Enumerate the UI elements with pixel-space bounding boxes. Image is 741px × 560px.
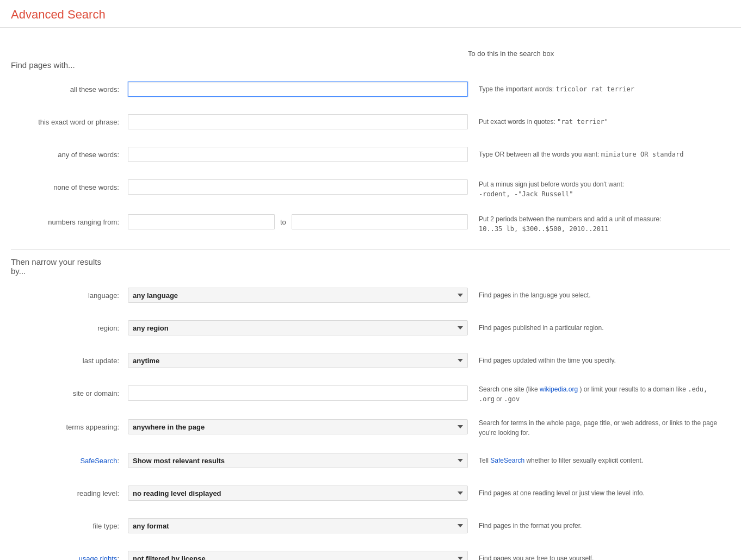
number-from-input[interactable] xyxy=(128,214,275,229)
find-section-header: Find pages with... xyxy=(11,60,468,70)
number-to-input[interactable] xyxy=(292,214,468,229)
region-label: region: xyxy=(11,324,128,332)
exact-phrase-label: this exact word or phrase: xyxy=(11,118,128,126)
site-domain-input[interactable] xyxy=(128,385,468,401)
language-select[interactable]: any language Arabic Chinese (Simplified)… xyxy=(128,288,468,303)
reading-level-hint: Find pages at one reading level or just … xyxy=(479,488,645,498)
last-update-hint: Find pages updated within the time you s… xyxy=(479,356,616,365)
safesearch-hint: Tell SafeSearch whether to filter sexual… xyxy=(479,456,643,465)
site-domain-label: site or domain: xyxy=(11,389,128,397)
file-type-label: file type: xyxy=(11,522,128,530)
reading-level-label: reading level: xyxy=(11,489,128,497)
exact-phrase-hint: Put exact words in quotes: "rat terrier" xyxy=(479,117,608,127)
usage-rights-label: usage rights: xyxy=(11,555,128,561)
terms-appearing-label: terms appearing: xyxy=(11,423,128,431)
language-label: language: xyxy=(11,291,128,300)
usage-rights-label-link[interactable]: usage rights xyxy=(79,555,118,561)
file-type-hint: Find pages in the format you prefer. xyxy=(479,521,582,531)
narrow-section-header: Then narrow your resultsby... xyxy=(11,257,730,276)
language-hint: Find pages in the language you select. xyxy=(479,290,590,300)
region-select[interactable]: any region xyxy=(128,320,468,335)
region-hint: Find pages published in a particular reg… xyxy=(479,323,603,333)
usage-rights-select[interactable]: not filtered by license free to use or s… xyxy=(128,551,468,560)
safesearch-label-link[interactable]: SafeSearch xyxy=(80,457,117,465)
reading-level-select[interactable]: no reading level displayed annotate resu… xyxy=(128,486,468,501)
exact-phrase-input[interactable] xyxy=(128,114,468,129)
none-words-label: none of these words: xyxy=(11,183,128,191)
any-words-label: any of these words: xyxy=(11,151,128,159)
all-words-label: all these words: xyxy=(11,85,128,94)
none-words-hint: Put a minus sign just before words you d… xyxy=(479,179,624,199)
wikipedia-link[interactable]: wikipedia.org xyxy=(540,385,578,393)
site-domain-hint: Search one site (like wikipedia.org ) or… xyxy=(479,384,730,404)
safesearch-label: SafeSearch: xyxy=(11,457,128,465)
hint-section-header: To do this in the search box xyxy=(468,49,730,58)
last-update-select[interactable]: anytime past 24 hours past week past mon… xyxy=(128,353,468,368)
all-words-hint: Type the important words: tricolor rat t… xyxy=(479,84,634,94)
all-words-input[interactable] xyxy=(128,82,468,97)
file-type-select[interactable]: any format Adobe Acrobat PDF (.pdf) Adob… xyxy=(128,518,468,533)
terms-appearing-hint: Search for terms in the whole page, page… xyxy=(479,418,730,438)
any-words-input[interactable] xyxy=(128,147,468,162)
numbers-label: numbers ranging from: xyxy=(11,218,128,226)
usage-rights-hint: Find pages you are free to use yourself. xyxy=(479,553,594,560)
last-update-label: last update: xyxy=(11,357,128,365)
numbers-hint: Put 2 periods between the numbers and ad… xyxy=(479,214,662,234)
safesearch-hint-link[interactable]: SafeSearch xyxy=(490,457,524,464)
page-title: Advanced Search xyxy=(11,8,730,22)
number-to-label: to xyxy=(275,218,292,226)
terms-appearing-select[interactable]: anywhere in the page in the title of the… xyxy=(128,419,468,434)
none-words-input[interactable] xyxy=(128,179,468,195)
any-words-hint: Type OR between all the words you want: … xyxy=(479,150,684,159)
safesearch-select[interactable]: Show most relevant results Filter explic… xyxy=(128,453,468,468)
